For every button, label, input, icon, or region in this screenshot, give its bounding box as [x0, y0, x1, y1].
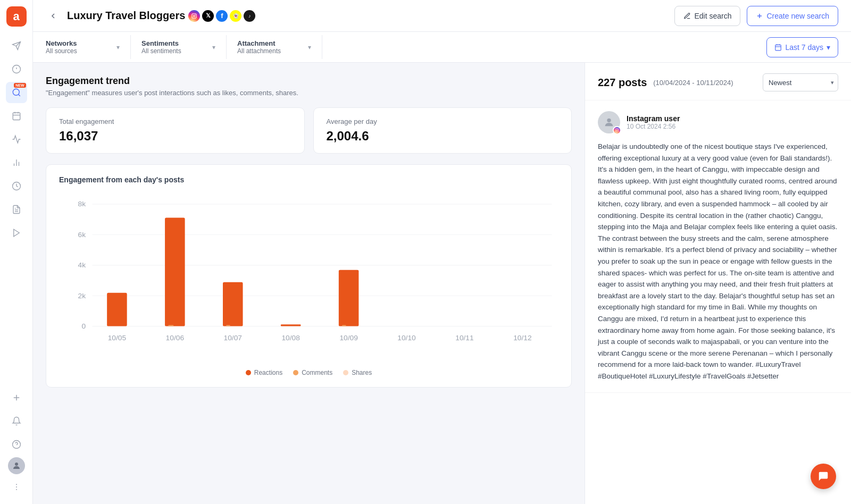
sort-select[interactable]: Newest Oldest Most Engagement — [763, 73, 838, 91]
edit-search-button[interactable]: Edit search — [674, 6, 740, 26]
sidebar-item-search[interactable] — [6, 82, 27, 103]
legend-comments: Comments — [293, 369, 332, 376]
svg-text:10/10: 10/10 — [397, 334, 415, 342]
svg-point-5 — [13, 89, 19, 95]
svg-point-28 — [195, 14, 196, 15]
svg-text:2k: 2k — [78, 292, 86, 299]
reactions-dot — [246, 370, 251, 375]
svg-rect-51 — [339, 270, 359, 326]
svg-point-25 — [16, 489, 17, 490]
total-engagement-card: Total engagement 16,037 — [46, 107, 305, 154]
svg-point-23 — [16, 484, 17, 485]
chart-legend: Reactions Comments Shares — [59, 369, 558, 376]
svg-text:10/11: 10/11 — [455, 334, 473, 342]
posts-header: 227 posts (10/04/2024 - 10/11/2024) Newe… — [585, 63, 851, 100]
avg-per-day-card: Average per day 2,004.6 — [313, 107, 572, 154]
svg-rect-26 — [192, 13, 196, 18]
snapchat-icon: 👻 — [230, 10, 241, 22]
svg-point-20 — [12, 441, 20, 449]
sidebar-item-add[interactable] — [6, 387, 27, 408]
svg-rect-50 — [281, 324, 301, 326]
sidebar-item-notifications[interactable] — [6, 410, 27, 432]
sidebar-item-media[interactable] — [6, 222, 27, 243]
sidebar-item-calendar[interactable] — [6, 105, 27, 127]
svg-text:10/06: 10/06 — [166, 334, 184, 342]
svg-point-27 — [194, 15, 195, 16]
post-avatar — [598, 111, 620, 133]
topbar: Luxury Travel Bloggers 𝕏 f 👻 ♪ Edit sear… — [33, 0, 851, 32]
instagram-icon — [188, 10, 200, 22]
svg-marker-17 — [13, 229, 19, 237]
svg-text:10/07: 10/07 — [224, 334, 242, 342]
date-chevron-icon: ▾ — [827, 43, 830, 52]
svg-text:10/08: 10/08 — [281, 334, 299, 342]
svg-text:8k: 8k — [78, 200, 86, 208]
svg-rect-62 — [615, 129, 619, 132]
svg-text:10/12: 10/12 — [513, 334, 531, 342]
shares-dot — [343, 370, 348, 375]
user-avatar[interactable] — [8, 457, 25, 474]
svg-text:4k: 4k — [78, 262, 86, 269]
sidebar-item-dashboard[interactable] — [6, 175, 27, 197]
sort-wrapper[interactable]: Newest Oldest Most Engagement — [763, 73, 838, 91]
svg-rect-7 — [13, 113, 20, 120]
sidebar: a — [0, 0, 33, 504]
svg-point-63 — [616, 130, 618, 131]
left-panel: Engagement trend "Engagement" measures u… — [33, 63, 585, 504]
create-search-button[interactable]: Create new search — [747, 6, 838, 26]
svg-rect-46 — [165, 217, 185, 326]
svg-text:0: 0 — [81, 323, 86, 330]
svg-line-6 — [18, 94, 20, 96]
attachment-filter[interactable]: Attachment All attachments ▾ — [237, 35, 322, 59]
comments-dot — [293, 370, 298, 375]
svg-rect-47 — [168, 325, 173, 326]
sidebar-item-help[interactable] — [6, 434, 27, 455]
svg-text:10/09: 10/09 — [339, 334, 357, 342]
post-card: Instagram user 10 Oct 2024 2:56 Belajar … — [585, 100, 851, 393]
main-content: Luxury Travel Bloggers 𝕏 f 👻 ♪ Edit sear… — [33, 0, 851, 504]
engagement-trend-subtitle: "Engagement" measures user's post intera… — [46, 89, 572, 97]
chart-area: 8k 6k 4k 2k 0 — [59, 192, 558, 363]
sidebar-item-analytics[interactable] — [6, 152, 27, 173]
stats-row: Total engagement 16,037 Average per day … — [46, 107, 572, 154]
social-network-icons: 𝕏 f 👻 ♪ — [188, 10, 255, 22]
svg-rect-48 — [223, 282, 243, 326]
svg-point-64 — [618, 129, 619, 130]
twitter-icon: 𝕏 — [202, 10, 214, 22]
sidebar-item-campaigns[interactable] — [6, 129, 27, 150]
svg-text:10/05: 10/05 — [108, 334, 126, 342]
chat-bubble[interactable] — [811, 464, 836, 489]
svg-point-24 — [16, 486, 17, 488]
filterbar: Networks All sources ▾ Sentiments All se… — [33, 32, 851, 63]
sidebar-item-paper-plane[interactable] — [6, 35, 27, 56]
networks-chevron-icon: ▾ — [116, 44, 120, 51]
svg-rect-45 — [107, 293, 127, 326]
right-panel: 227 posts (10/04/2024 - 10/11/2024) Newe… — [585, 63, 851, 504]
sidebar-item-reports[interactable] — [6, 199, 27, 220]
engagement-chart-card: Engagement from each day's posts 8k 6k 4… — [46, 164, 572, 388]
sidebar-more-options[interactable] — [6, 476, 27, 498]
sentiments-filter[interactable]: Sentiments All sentiments ▾ — [141, 35, 227, 59]
svg-text:6k: 6k — [78, 231, 86, 239]
networks-filter[interactable]: Networks All sources ▾ — [46, 35, 131, 59]
attachment-chevron-icon: ▾ — [308, 44, 311, 51]
legend-reactions: Reactions — [246, 369, 282, 376]
svg-rect-52 — [342, 325, 346, 326]
legend-shares: Shares — [343, 369, 372, 376]
content-area: Engagement trend "Engagement" measures u… — [33, 63, 851, 504]
posts-date-range: (10/04/2024 - 10/11/2024) — [653, 79, 733, 87]
tiktok-icon: ♪ — [244, 10, 255, 22]
post-user-info: Instagram user 10 Oct 2024 2:56 — [627, 114, 680, 130]
svg-rect-31 — [775, 45, 781, 51]
svg-point-61 — [607, 119, 611, 122]
svg-rect-49 — [226, 325, 230, 326]
back-button[interactable] — [46, 9, 61, 23]
post-platform-badge — [613, 126, 621, 135]
date-range-button[interactable]: Last 7 days ▾ — [766, 37, 838, 57]
sentiments-chevron-icon: ▾ — [212, 44, 215, 51]
facebook-icon: f — [216, 10, 228, 22]
page-title: Luxury Travel Bloggers 𝕏 f 👻 ♪ — [67, 10, 255, 22]
svg-point-22 — [15, 463, 18, 466]
sidebar-item-alerts[interactable] — [6, 58, 27, 80]
app-logo[interactable]: a — [6, 6, 27, 27]
